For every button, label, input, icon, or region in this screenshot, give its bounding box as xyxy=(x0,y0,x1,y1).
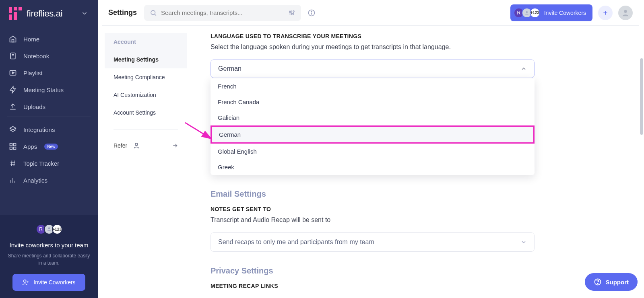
svg-point-43 xyxy=(135,143,138,146)
svg-rect-3 xyxy=(14,12,17,20)
svg-point-42 xyxy=(624,10,627,12)
language-option-greek[interactable]: Greek xyxy=(211,159,535,175)
nav-home[interactable]: Home xyxy=(0,31,98,47)
nav-label: Playlist xyxy=(23,70,43,76)
new-badge: New xyxy=(44,144,58,150)
subnav-account[interactable]: Account xyxy=(105,33,187,51)
language-select[interactable]: German xyxy=(211,60,535,78)
nav-label: Apps xyxy=(23,143,37,150)
nav-label: Uploads xyxy=(23,103,45,110)
home-icon xyxy=(9,35,17,43)
svg-point-35 xyxy=(293,10,294,12)
chevron-down-icon xyxy=(520,239,527,245)
email-settings-title: Email Settings xyxy=(211,189,628,199)
playlist-icon xyxy=(9,69,17,77)
button-label: Invite Coworkers xyxy=(33,279,75,286)
app-sidebar: fireflies.ai Home Notebook Playlist Meet… xyxy=(0,0,98,298)
svg-marker-12 xyxy=(10,127,16,130)
nav-label: Meeting Status xyxy=(23,86,64,93)
language-heading: LANGUAGE USED TO TRANSCRIBE YOUR MEETING… xyxy=(211,33,628,39)
user-icon xyxy=(621,8,630,17)
header-invite-button[interactable]: R +123 Invite Coworkers xyxy=(510,4,592,21)
sidebar-footer: R +123 Invite coworkers to your team Sha… xyxy=(0,215,98,298)
invite-subtitle: Share meetings and collaborate easily in… xyxy=(7,253,91,267)
subnav-account-settings[interactable]: Account Settings xyxy=(105,104,187,121)
layers-icon xyxy=(9,125,17,134)
add-button[interactable] xyxy=(598,6,613,20)
svg-line-19 xyxy=(12,160,12,166)
user-avatar[interactable] xyxy=(618,6,633,20)
svg-rect-5 xyxy=(12,39,14,42)
scrollbar-thumb[interactable] xyxy=(640,58,643,135)
info-icon[interactable] xyxy=(308,9,316,17)
brand-name: fireflies.ai xyxy=(27,8,62,19)
hash-icon xyxy=(9,159,17,167)
invite-coworkers-button[interactable]: Invite Coworkers xyxy=(12,274,85,291)
notes-heading: NOTES GET SENT TO xyxy=(211,206,628,212)
subnav-meeting-compliance[interactable]: Meeting Compliance xyxy=(105,68,187,86)
svg-point-24 xyxy=(48,228,50,230)
nav-label: Topic Tracker xyxy=(23,160,59,167)
svg-point-39 xyxy=(526,11,528,13)
svg-line-29 xyxy=(155,14,156,16)
svg-point-47 xyxy=(597,283,598,284)
svg-point-31 xyxy=(289,11,291,12)
avatar-more: +123 xyxy=(530,8,540,18)
chevron-up-icon xyxy=(520,66,527,72)
recap-selected-value: Send recaps to only me and participants … xyxy=(218,238,374,246)
bolt-icon xyxy=(9,86,17,94)
language-option-galician[interactable]: Galician xyxy=(211,110,535,125)
nav-topic-tracker[interactable]: Topic Tracker xyxy=(0,155,98,172)
logo-icon xyxy=(9,7,22,20)
nav-apps[interactable]: Apps New xyxy=(0,138,98,155)
language-dropdown: French French Canada Galician German Glo… xyxy=(211,78,535,175)
subnav-ai-customization[interactable]: AI Customization xyxy=(105,86,187,104)
svg-line-45 xyxy=(185,123,211,139)
divider xyxy=(7,117,91,117)
svg-rect-15 xyxy=(10,147,12,150)
svg-rect-14 xyxy=(14,144,16,146)
recap-select[interactable]: Send recaps to only me and participants … xyxy=(211,232,535,252)
team-avatars[interactable]: R +123 xyxy=(36,224,62,234)
help-icon xyxy=(594,278,602,286)
subnav-meeting-settings[interactable]: Meeting Settings xyxy=(105,51,187,68)
team-avatars: R +123 xyxy=(514,8,540,18)
search-box[interactable] xyxy=(144,5,301,21)
privacy-heading: MEETING RECAP LINKS xyxy=(211,283,628,289)
language-option-french[interactable]: French xyxy=(211,78,535,94)
settings-subnav: Account Meeting Settings Meeting Complia… xyxy=(105,33,187,153)
notebook-icon xyxy=(9,52,17,60)
search-icon xyxy=(150,9,157,16)
language-option-german[interactable]: German xyxy=(211,125,535,144)
svg-rect-0 xyxy=(9,7,12,13)
language-option-global-english[interactable]: Global English xyxy=(211,144,535,159)
svg-point-28 xyxy=(151,10,155,15)
nav-playlist[interactable]: Playlist xyxy=(0,64,98,81)
refer-label: Refer xyxy=(114,142,127,149)
nav-meeting-status[interactable]: Meeting Status xyxy=(0,81,98,98)
button-label: Invite Coworkers xyxy=(544,10,586,16)
nav-label: Integrations xyxy=(23,126,55,133)
support-button[interactable]: Support xyxy=(585,273,638,291)
svg-rect-1 xyxy=(9,14,12,20)
nav-analytics[interactable]: Analytics xyxy=(0,172,98,189)
chevron-down-icon[interactable] xyxy=(81,10,88,17)
sliders-icon[interactable] xyxy=(288,9,295,16)
support-label: Support xyxy=(606,279,629,286)
svg-point-25 xyxy=(24,280,26,282)
language-selected-value: German xyxy=(218,65,242,72)
svg-rect-16 xyxy=(14,147,16,150)
divider xyxy=(114,129,178,130)
nav-primary: Home Notebook Playlist Meeting Status Up… xyxy=(0,29,98,117)
invite-title: Invite coworkers to your team xyxy=(10,242,89,249)
search-input[interactable] xyxy=(161,9,288,16)
language-option-french-canada[interactable]: French Canada xyxy=(211,94,535,110)
svg-rect-13 xyxy=(10,144,12,146)
notes-description: Transcript and Audio Recap will be sent … xyxy=(211,216,628,224)
nav-uploads[interactable]: Uploads xyxy=(0,98,98,115)
nav-notebook[interactable]: Notebook xyxy=(0,47,98,64)
nav-integrations[interactable]: Integrations xyxy=(0,121,98,138)
language-description: Select the language spoken during your m… xyxy=(211,43,628,51)
upload-icon xyxy=(9,103,17,111)
refer-link[interactable]: Refer xyxy=(105,138,187,153)
